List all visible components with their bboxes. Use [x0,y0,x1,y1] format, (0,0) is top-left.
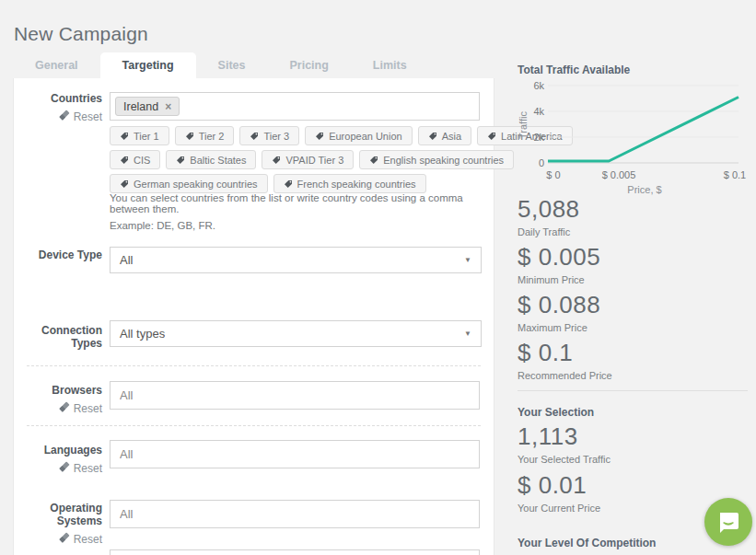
maximum-price-label: Maximum Price [518,322,600,333]
eraser-icon [59,110,70,123]
countries-input[interactable]: Ireland × [110,92,480,121]
device-type-label: Device Type [14,249,102,261]
eraser-icon [59,401,70,415]
daily-traffic-stat: 5,088 Daily Traffic [518,195,580,237]
country-group-vpaid-tier3[interactable]: VPAID Tier 3 [262,150,354,169]
daily-traffic-value: 5,088 [518,195,580,224]
browsers-reset-button[interactable]: Reset [59,401,102,415]
y-tick-2k: 2k [533,132,544,143]
country-group-french-speaking[interactable]: French speaking countries [273,174,426,193]
minimum-price-value: $ 0.005 [518,243,600,272]
chevron-down-icon: ▼ [464,248,471,272]
minimum-price-label: Minimum Price [518,274,600,285]
y-axis-label: Traffic [518,111,529,139]
y-tick-0: 0 [539,157,544,168]
recommended-price-stat: $ 0.1 Recommended Price [518,339,612,381]
browsers-input[interactable] [110,381,480,410]
section-divider [27,425,481,426]
tab-pricing[interactable]: Pricing [267,52,350,78]
country-group-asia[interactable]: Asia [418,126,471,145]
selected-traffic-value: 1,113 [518,422,611,451]
languages-reset-button[interactable]: Reset [59,461,102,475]
country-token-ireland: Ireland × [115,97,180,116]
tab-limits[interactable]: Limits [351,52,429,78]
tag-icon [369,156,378,165]
operating-systems-label: Operating Systems [14,502,102,527]
operating-systems-reset-button[interactable]: Reset [59,532,102,546]
country-group-german-speaking[interactable]: German speaking countries [110,174,268,193]
recommended-price-value: $ 0.1 [518,339,612,367]
tab-bar: General Targeting Sites Pricing Limits [13,52,429,78]
page-title: New Campaign [14,23,148,45]
current-price-label: Your Current Price [518,503,600,514]
chevron-down-icon: ▼ [464,321,471,346]
maximum-price-value: $ 0.088 [518,291,600,319]
traffic-line-series [548,98,739,162]
country-group-tier1[interactable]: Tier 1 [110,126,169,145]
country-group-european-union[interactable]: European Union [305,126,413,145]
country-group-tier3[interactable]: Tier 3 [239,126,299,145]
y-tick-6k: 6k [533,81,544,91]
traffic-chart: 6k 4k 2k 0 $ 0 $ 0.005 $ 0.1 Price, $ Tr… [518,81,748,200]
x-tick-0: $ 0 [546,169,560,180]
tab-sites[interactable]: Sites [196,52,268,78]
tag-icon [185,132,194,141]
next-field-partial[interactable] [110,549,480,555]
current-price-stat: $ 0.01 Your Current Price [518,471,600,514]
traffic-heading: Total Traffic Available [518,64,630,76]
languages-input[interactable] [110,440,480,468]
x-tick-0005: $ 0.005 [602,169,636,180]
eraser-icon [59,532,70,546]
tab-targeting[interactable]: Targeting [100,52,196,78]
daily-traffic-label: Daily Traffic [518,226,580,237]
browsers-label: Browsers [14,384,102,397]
country-group-english-speaking[interactable]: English speaking countries [359,150,514,169]
eraser-icon [59,461,70,475]
countries-help-text: You can select countries from the list o… [110,192,480,237]
countries-reset-button[interactable]: Reset [59,110,102,123]
recommended-price-label: Recommended Price [518,370,612,381]
tag-icon [428,132,437,141]
current-price-value: $ 0.01 [518,471,600,500]
operating-systems-input[interactable] [110,500,480,528]
connection-types-label: Connection Types [14,324,102,350]
tag-icon [120,156,129,165]
tag-icon [250,132,259,141]
connection-types-select[interactable]: All types ▼ [110,320,482,347]
tag-icon [284,179,293,189]
tag-icon [487,132,496,141]
languages-label: Languages [14,444,102,457]
tag-icon [272,156,281,165]
tab-general[interactable]: General [13,52,100,78]
selection-heading: Your Selection [518,406,594,419]
remove-token-icon[interactable]: × [165,101,171,112]
tag-icon [120,179,129,189]
country-group-baltic-states[interactable]: Baltic States [166,150,256,169]
x-tick-01: $ 0.1 [724,169,746,180]
competition-heading: Your Level Of Competition [518,537,656,549]
targeting-panel: Countries Reset Ireland × Tier 1 Tier 2 … [13,78,494,555]
chat-launcher-button[interactable] [704,498,752,546]
tag-icon [315,132,324,141]
maximum-price-stat: $ 0.088 Maximum Price [518,291,600,333]
tag-icon [176,156,185,165]
minimum-price-stat: $ 0.005 Minimum Price [518,243,600,285]
sidebar-divider [518,390,748,391]
y-tick-4k: 4k [533,106,544,117]
countries-label: Countries [14,92,102,105]
device-type-select[interactable]: All ▼ [110,247,482,273]
tag-icon [120,132,129,141]
country-group-cis[interactable]: CIS [110,150,160,169]
chat-bubble-icon [716,510,740,534]
selected-traffic-label: Your Selected Traffic [518,454,611,465]
section-divider [27,365,481,366]
selected-traffic-stat: 1,113 Your Selected Traffic [518,422,611,465]
x-axis-label: Price, $ [627,184,661,195]
country-group-tier2[interactable]: Tier 2 [175,126,235,145]
